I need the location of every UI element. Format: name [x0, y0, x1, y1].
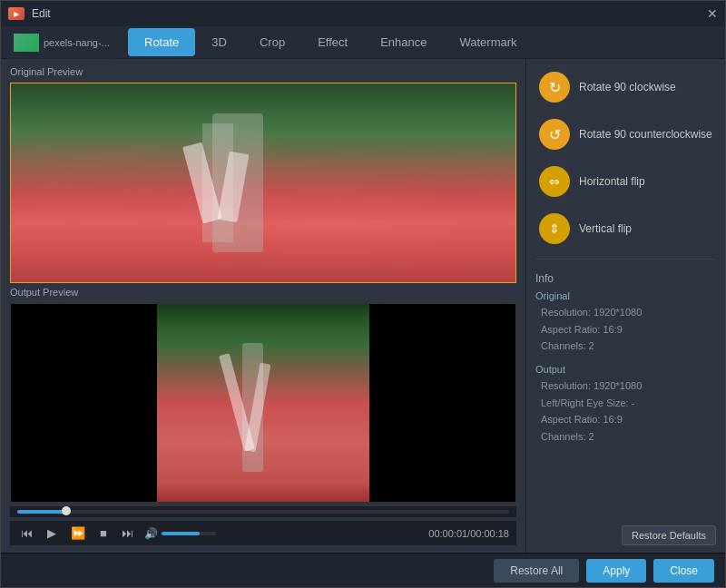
output-info-title: Output [535, 364, 716, 375]
flip-h-label: Horizontal flip [579, 175, 645, 188]
thumbnail-label: pexels-nang-... [44, 37, 110, 48]
original-preview-image [11, 83, 515, 282]
skip-end-button[interactable]: ⏭ [118, 524, 137, 542]
window-title: Edit [32, 7, 51, 20]
tab-bar-container: pexels-nang-... Rotate 3D Crop Effect En… [1, 26, 725, 59]
main-panel: Original Preview Output Preview [1, 59, 525, 553]
app-icon: ▶ [8, 7, 25, 20]
title-bar-left: ▶ Edit [8, 7, 51, 20]
original-preview-label: Original Preview [10, 66, 516, 77]
info-section: Info Original Resolution: 1920*1080 Aspe… [535, 269, 716, 458]
restore-defaults-button[interactable]: Restore Defaults [622, 525, 716, 545]
flip-v-label: Vertical flip [579, 222, 632, 235]
output-eye-size: Left/Right Eye Size: - [535, 395, 716, 412]
rotate-cw-action[interactable]: ↻ Rotate 90 clockwise [535, 66, 716, 108]
rotate-ccw-label: Rotate 90 counterclockwise [579, 128, 712, 141]
rotate-ccw-action[interactable]: ↺ Rotate 90 counterclockwise [535, 113, 716, 155]
stop-button[interactable]: ■ [96, 524, 111, 542]
thumbnail-image [14, 34, 39, 52]
controls-bar: ⏮ ▶ ⏩ ■ ⏭ 🔊 00:00:01/00:00:18 [10, 521, 516, 545]
tab-enhance[interactable]: Enhance [364, 28, 443, 56]
original-preview-box [10, 83, 516, 283]
volume-area: 🔊 [144, 527, 216, 540]
fast-forward-button[interactable]: ⏩ [67, 524, 89, 542]
volume-icon: 🔊 [144, 527, 158, 540]
output-channels: Channels: 2 [535, 428, 716, 446]
tab-rotate[interactable]: Rotate [128, 28, 195, 56]
rotate-cw-icon: ↻ [539, 72, 570, 103]
progress-bar-area [10, 506, 516, 517]
close-window-button[interactable]: ✕ [707, 7, 718, 20]
info-title: Info [535, 272, 716, 285]
volume-track[interactable] [162, 532, 216, 535]
tab-3d[interactable]: 3D [195, 28, 243, 56]
original-resolution: Resolution: 1920*1080 [535, 304, 716, 321]
rotate-ccw-icon: ↺ [539, 119, 570, 150]
close-button[interactable]: Close [653, 559, 714, 583]
skip-start-button[interactable]: ⏮ [17, 524, 36, 542]
output-info-group: Output Resolution: 1920*1080 Left/Right … [535, 364, 716, 446]
output-preview-box [10, 303, 516, 504]
progress-thumb [62, 506, 71, 515]
original-info-group: Original Resolution: 1920*1080 Aspect Ra… [535, 290, 716, 355]
original-info-title: Original [535, 290, 716, 301]
flip-v-action[interactable]: ⇕ Vertical flip [535, 208, 716, 250]
divider [535, 259, 716, 260]
right-panel: ↻ Rotate 90 clockwise ↺ Rotate 90 counte… [525, 59, 725, 553]
output-preview-label: Output Preview [10, 287, 516, 298]
content-area: Original Preview Output Preview [1, 59, 725, 553]
progress-track[interactable] [17, 510, 509, 514]
volume-fill [162, 532, 200, 535]
original-channels: Channels: 2 [535, 338, 716, 355]
thumbnail: pexels-nang-... [8, 26, 115, 59]
flip-h-action[interactable]: ⇔ Horizontal flip [535, 161, 716, 202]
tab-watermark[interactable]: Watermark [443, 28, 533, 56]
tab-effect[interactable]: Effect [301, 28, 364, 56]
apply-button[interactable]: Apply [586, 559, 646, 583]
edit-window: ▶ Edit ✕ pexels-nang-... Rotate 3D Crop … [0, 0, 726, 588]
restore-all-button[interactable]: Restore All [494, 559, 579, 583]
play-button[interactable]: ▶ [44, 524, 60, 542]
output-aspect: Aspect Ratio: 16:9 [535, 411, 716, 428]
output-preview-image [11, 304, 515, 503]
time-label: 00:00:01/00:00:18 [428, 528, 509, 539]
output-resolution: Resolution: 1920*1080 [535, 377, 716, 395]
rotate-cw-label: Rotate 90 clockwise [579, 81, 676, 93]
title-bar: ▶ Edit ✕ [1, 1, 725, 26]
original-aspect: Aspect Ratio: 16:9 [535, 321, 716, 338]
bottom-bar: Restore All Apply Close [1, 553, 725, 587]
flip-h-icon: ⇔ [539, 166, 570, 197]
progress-fill [17, 510, 66, 514]
flip-v-icon: ⇕ [539, 213, 570, 244]
tab-crop[interactable]: Crop [243, 28, 301, 56]
